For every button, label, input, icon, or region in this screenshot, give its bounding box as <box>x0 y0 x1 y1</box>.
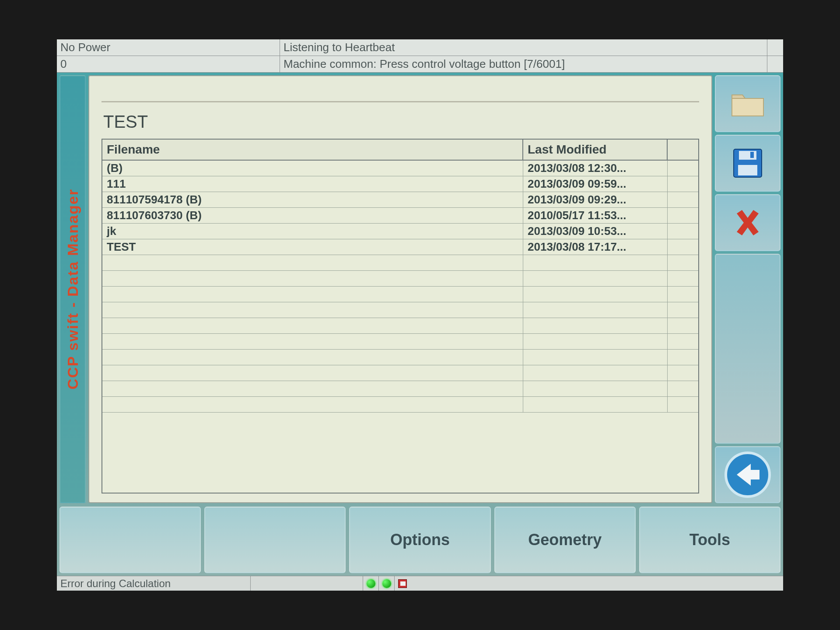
cell-filename <box>102 365 523 381</box>
status-led-3 <box>394 576 410 591</box>
status-power: No Power <box>57 39 280 56</box>
cell-filename <box>102 397 523 412</box>
cell-extra <box>668 208 698 223</box>
cell-last-modified <box>523 350 668 365</box>
status-gutter-2 <box>767 56 783 72</box>
cell-filename: 811107603730 (B) <box>102 208 523 223</box>
cell-filename: (B) <box>102 161 523 176</box>
cell-extra <box>668 192 698 207</box>
file-table[interactable]: Filename Last Modified (B)2013/03/08 12:… <box>102 139 699 494</box>
cell-filename <box>102 271 523 286</box>
footer-bar: Error during Calculation <box>57 576 783 591</box>
cell-last-modified <box>523 365 668 381</box>
cell-extra <box>668 397 698 412</box>
cell-last-modified <box>523 287 668 302</box>
tools-button[interactable]: Tools <box>639 507 780 573</box>
table-row <box>102 350 698 365</box>
cell-extra <box>668 224 698 239</box>
table-row <box>102 287 698 302</box>
cell-filename <box>102 350 523 365</box>
status-counter: 0 <box>57 56 280 72</box>
status-row-2: 0 Machine common: Press control voltage … <box>57 56 783 73</box>
cell-last-modified <box>523 334 668 349</box>
table-row[interactable]: jk2013/03/09 10:53... <box>102 224 698 239</box>
cell-last-modified: 2013/03/09 09:59... <box>523 176 668 192</box>
cell-extra <box>668 271 698 286</box>
status-heartbeat: Listening to Heartbeat <box>280 39 767 56</box>
table-row[interactable]: 811107603730 (B)2010/05/17 11:53... <box>102 208 698 224</box>
cell-extra <box>668 302 698 318</box>
cell-last-modified <box>523 397 668 412</box>
cell-extra <box>668 350 698 365</box>
table-header: Filename Last Modified <box>102 140 698 161</box>
save-button[interactable] <box>715 135 780 192</box>
table-row <box>102 334 698 350</box>
cell-filename: 811107594178 (B) <box>102 192 523 207</box>
cell-extra <box>668 318 698 333</box>
cell-filename <box>102 318 523 333</box>
status-led-1 <box>363 576 378 591</box>
table-row[interactable]: 1112013/03/09 09:59... <box>102 176 698 192</box>
bottom-toolbar: Options Geometry Tools <box>60 503 780 573</box>
floppy-icon <box>732 147 763 179</box>
cell-extra <box>668 381 698 396</box>
cell-last-modified: 2013/03/08 12:30... <box>523 161 668 176</box>
cell-extra <box>668 255 698 270</box>
cell-filename <box>102 255 523 270</box>
right-toolbar <box>715 75 780 503</box>
cell-last-modified: 2013/03/09 09:29... <box>523 192 668 207</box>
status-led-2 <box>378 576 394 591</box>
app-title-bar: CCP swift - Data Manager <box>60 75 86 503</box>
cell-extra <box>668 365 698 381</box>
svg-rect-3 <box>750 152 754 158</box>
x-icon <box>732 207 763 238</box>
col-last-modified[interactable]: Last Modified <box>523 140 668 160</box>
status-row-1: No Power Listening to Heartbeat <box>57 39 783 56</box>
table-row[interactable]: 811107594178 (B)2013/03/09 09:29... <box>102 192 698 208</box>
footer-message: Error during Calculation <box>57 576 251 591</box>
cell-filename: jk <box>102 224 523 239</box>
cell-last-modified <box>523 255 668 270</box>
table-row <box>102 318 698 334</box>
workspace: CCP swift - Data Manager TEST Filename L… <box>57 73 783 576</box>
cell-filename: TEST <box>102 239 523 255</box>
geometry-button[interactable]: Geometry <box>494 507 636 573</box>
right-filler <box>715 254 780 444</box>
table-row <box>102 271 698 287</box>
app-title: CCP swift - Data Manager <box>64 189 81 389</box>
back-button[interactable] <box>715 446 780 503</box>
panel-top-spacer <box>102 85 699 102</box>
cell-extra <box>668 239 698 255</box>
led-green-icon <box>367 579 375 588</box>
delete-button[interactable] <box>715 194 780 251</box>
status-gutter-1 <box>767 39 783 56</box>
status-message: Machine common: Press control voltage bu… <box>280 56 767 72</box>
cell-last-modified: 2013/03/09 10:53... <box>523 224 668 239</box>
cell-last-modified <box>523 302 668 318</box>
cell-filename: 111 <box>102 176 523 192</box>
cell-last-modified <box>523 318 668 333</box>
table-row <box>102 255 698 271</box>
options-button[interactable]: Options <box>349 507 490 573</box>
col-extra <box>668 140 698 160</box>
open-folder-button[interactable] <box>715 75 780 132</box>
col-filename[interactable]: Filename <box>102 140 523 160</box>
bottom-btn-2[interactable] <box>204 507 346 573</box>
led-green-icon <box>382 579 391 588</box>
file-panel: TEST Filename Last Modified (B)2013/03/0… <box>88 75 712 503</box>
table-body: (B)2013/03/08 12:30...1112013/03/09 09:5… <box>102 161 698 493</box>
table-row[interactable]: (B)2013/03/08 12:30... <box>102 161 698 176</box>
cell-last-modified: 2013/03/08 17:17... <box>523 239 668 255</box>
bottom-btn-1[interactable] <box>60 507 201 573</box>
cell-filename <box>102 302 523 318</box>
table-row <box>102 397 698 413</box>
svg-rect-2 <box>738 165 757 175</box>
table-row <box>102 381 698 397</box>
screen: No Power Listening to Heartbeat 0 Machin… <box>57 39 783 591</box>
table-row[interactable]: TEST2013/03/08 17:17... <box>102 239 698 255</box>
cell-last-modified: 2010/05/17 11:53... <box>523 208 668 223</box>
cell-last-modified <box>523 271 668 286</box>
current-directory: TEST <box>102 110 699 139</box>
table-row <box>102 302 698 318</box>
workspace-top: CCP swift - Data Manager TEST Filename L… <box>60 75 780 503</box>
